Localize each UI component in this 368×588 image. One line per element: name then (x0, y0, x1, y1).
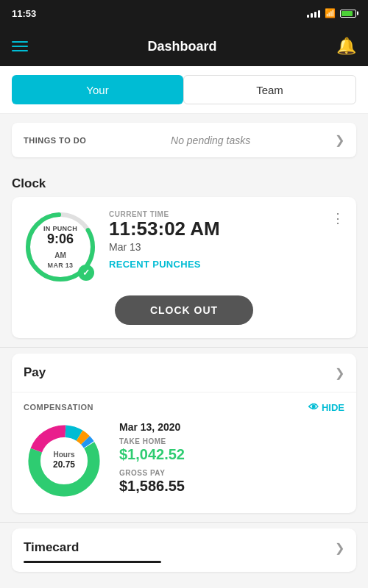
clock-circle-container: IN PUNCH 9:06 AM MAR 13 ✓ (24, 210, 97, 284)
pay-section: Pay ❯ COMPENSATION 👁 HIDE (12, 354, 356, 513)
gross-pay-row: GROSS PAY $1,586.55 (119, 469, 344, 495)
status-bar: 11:53 📶 (0, 0, 368, 26)
battery-icon (340, 10, 356, 18)
nav-title: Dashboard (147, 39, 216, 54)
hamburger-button[interactable] (12, 41, 28, 51)
pay-chevron-icon: ❯ (335, 366, 344, 380)
take-home-value: $1,042.52 (119, 445, 344, 463)
current-time-value: 11:53:02 AM (109, 218, 344, 240)
pay-date: Mar 13, 2020 (119, 421, 344, 433)
check-badge-icon: ✓ (78, 265, 94, 281)
battery-fill (342, 11, 353, 16)
things-to-do-value: No pending tasks (171, 135, 250, 146)
clock-options-button[interactable]: ⋮ (331, 210, 344, 226)
compensation-header-row: COMPENSATION 👁 HIDE (24, 392, 344, 420)
clock-out-button[interactable]: CLOCK OUT (115, 295, 253, 325)
clock-out-btn-row: CLOCK OUT (24, 295, 344, 325)
eye-icon: 👁 (308, 401, 319, 413)
timecard-title: Timecard (24, 540, 79, 555)
clock-section-header: Clock (0, 166, 368, 197)
compensation-label: COMPENSATION (24, 403, 93, 412)
top-nav: Dashboard 🔔 (0, 26, 368, 66)
tab-your[interactable]: Your (12, 75, 183, 104)
punch-ampm: AM (54, 251, 66, 259)
section-divider-2 (0, 522, 368, 523)
clock-right: CURRENT TIME 11:53:02 AM Mar 13 RECENT P… (109, 210, 344, 270)
tab-team[interactable]: Team (183, 75, 356, 104)
pay-details: Mar 13, 2020 TAKE HOME $1,042.52 GROSS P… (119, 421, 344, 501)
timecard-progress-bar (24, 561, 161, 563)
status-icons: 📶 (307, 8, 356, 18)
clock-card: IN PUNCH 9:06 AM MAR 13 ✓ CURRENT TIME 1… (12, 197, 356, 338)
things-to-do-label: THINGS TO DO (24, 136, 86, 145)
punch-time: 9:06 AM (42, 232, 79, 262)
clock-info-row: IN PUNCH 9:06 AM MAR 13 ✓ CURRENT TIME 1… (24, 210, 344, 284)
current-date: Mar 13 (109, 241, 344, 253)
gross-pay-label: GROSS PAY (119, 469, 344, 477)
gross-pay-value: $1,586.55 (119, 477, 344, 495)
donut-chart-icon: Hours 20.75 (24, 420, 105, 501)
compensation-body: COMPENSATION 👁 HIDE Hours 20.75 (12, 392, 356, 513)
clock-circle-text: IN PUNCH 9:06 AM MAR 13 (42, 225, 79, 269)
wifi-icon: 📶 (325, 8, 336, 18)
things-to-do-section[interactable]: THINGS TO DO No pending tasks ❯ (12, 123, 356, 157)
take-home-row: TAKE HOME $1,042.52 (119, 437, 344, 463)
things-to-do-chevron-icon: ❯ (335, 133, 344, 147)
hide-label: HIDE (322, 402, 344, 413)
timecard-chevron-icon: ❯ (335, 541, 344, 555)
bell-icon[interactable]: 🔔 (336, 37, 356, 56)
take-home-label: TAKE HOME (119, 437, 344, 445)
pay-section-header[interactable]: Pay ❯ (12, 354, 356, 392)
punch-time-value: 9:06 (47, 232, 74, 246)
tab-switcher: Your Team (0, 66, 368, 114)
compensation-content: Hours 20.75 Mar 13, 2020 TAKE HOME $1,04… (24, 420, 344, 501)
pay-section-title: Pay (24, 365, 46, 380)
svg-text:20.75: 20.75 (53, 459, 75, 470)
punch-date: MAR 13 (42, 262, 79, 269)
status-time: 11:53 (12, 8, 36, 19)
recent-punches-link[interactable]: RECENT PUNCHES (109, 259, 344, 270)
timecard-section-header[interactable]: Timecard ❯ (12, 528, 356, 561)
svg-text:Hours: Hours (53, 451, 75, 459)
clock-right-wrapper: CURRENT TIME 11:53:02 AM Mar 13 RECENT P… (109, 210, 344, 270)
signal-bars-icon (307, 9, 320, 18)
timecard-section: Timecard ❯ (12, 528, 356, 572)
hide-button[interactable]: 👁 HIDE (308, 401, 344, 413)
section-divider (0, 347, 368, 348)
